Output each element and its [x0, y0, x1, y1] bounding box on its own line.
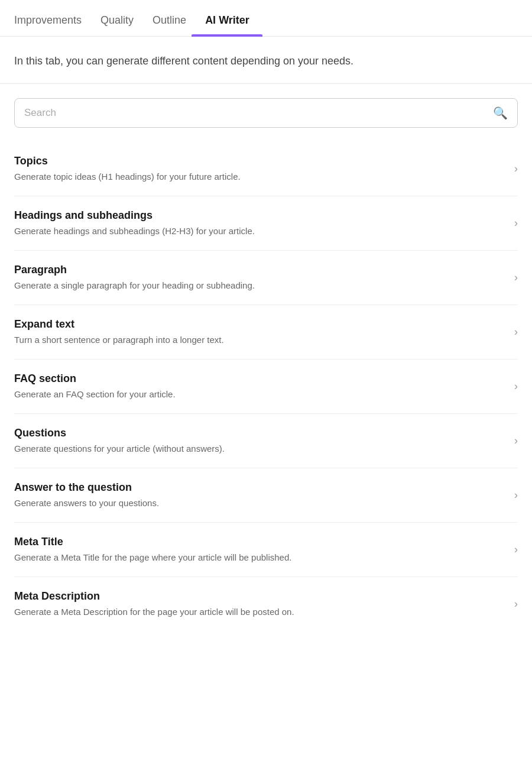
item-description-questions: Generate questions for your article (wit…: [14, 442, 505, 455]
item-description-meta-title: Generate a Meta Title for the page where…: [14, 551, 505, 564]
page-description: In this tab, you can generate different …: [0, 37, 532, 84]
item-description-topics: Generate topic ideas (H1 headings) for y…: [14, 170, 505, 183]
chevron-right-icon-faq: ›: [514, 380, 518, 393]
item-description-headings: Generate headings and subheadings (H2-H3…: [14, 225, 505, 237]
chevron-right-icon-meta-description: ›: [514, 598, 518, 610]
item-title-headings: Headings and subheadings: [14, 209, 505, 222]
search-box[interactable]: 🔍: [14, 98, 518, 128]
item-content-paragraph: Paragraph Generate a single paragraph fo…: [14, 264, 505, 292]
search-icon: 🔍: [493, 106, 508, 120]
item-content-meta-description: Meta Description Generate a Meta Descrip…: [14, 590, 505, 618]
item-title-topics: Topics: [14, 155, 505, 167]
chevron-right-icon-meta-title: ›: [514, 543, 518, 556]
item-title-faq: FAQ section: [14, 373, 505, 385]
item-title-meta-description: Meta Description: [14, 590, 505, 603]
tab-outline[interactable]: Outline: [143, 9, 196, 36]
item-content-questions: Questions Generate questions for your ar…: [14, 427, 505, 455]
chevron-right-icon-headings: ›: [514, 217, 518, 229]
chevron-right-icon-paragraph: ›: [514, 271, 518, 284]
item-title-meta-title: Meta Title: [14, 536, 505, 548]
list-item-meta-description[interactable]: Meta Description Generate a Meta Descrip…: [14, 577, 518, 631]
list-item-faq[interactable]: FAQ section Generate an FAQ section for …: [14, 360, 518, 414]
item-content-expand-text: Expand text Turn a short sentence or par…: [14, 318, 505, 346]
tab-quality[interactable]: Quality: [91, 9, 143, 36]
list-item-answer[interactable]: Answer to the question Generate answers …: [14, 468, 518, 523]
item-title-paragraph: Paragraph: [14, 264, 505, 276]
search-input[interactable]: [24, 107, 493, 119]
item-description-meta-description: Generate a Meta Description for the page…: [14, 606, 505, 618]
item-title-questions: Questions: [14, 427, 505, 439]
chevron-right-icon-questions: ›: [514, 435, 518, 447]
item-content-faq: FAQ section Generate an FAQ section for …: [14, 373, 505, 400]
item-content-meta-title: Meta Title Generate a Meta Title for the…: [14, 536, 505, 564]
item-description-expand-text: Turn a short sentence or paragraph into …: [14, 334, 505, 346]
list-item-paragraph[interactable]: Paragraph Generate a single paragraph fo…: [14, 251, 518, 305]
active-tab-indicator: [192, 34, 262, 37]
item-description-paragraph: Generate a single paragraph for your hea…: [14, 279, 505, 292]
list-item-questions[interactable]: Questions Generate questions for your ar…: [14, 414, 518, 468]
item-content-answer: Answer to the question Generate answers …: [14, 481, 505, 509]
chevron-right-icon-topics: ›: [514, 163, 518, 175]
list-item-expand-text[interactable]: Expand text Turn a short sentence or par…: [14, 305, 518, 360]
list-item-meta-title[interactable]: Meta Title Generate a Meta Title for the…: [14, 523, 518, 577]
item-content-headings: Headings and subheadings Generate headin…: [14, 209, 505, 237]
list-item-topics[interactable]: Topics Generate topic ideas (H1 headings…: [14, 142, 518, 196]
item-description-answer: Generate answers to your questions.: [14, 497, 505, 509]
item-description-faq: Generate an FAQ section for your article…: [14, 388, 505, 400]
item-content-topics: Topics Generate topic ideas (H1 headings…: [14, 155, 505, 183]
search-container: 🔍: [0, 84, 532, 142]
item-title-answer: Answer to the question: [14, 481, 505, 494]
items-list: Topics Generate topic ideas (H1 headings…: [0, 142, 532, 631]
tabs-container: Improvements Quality Outline AI Writer: [0, 0, 532, 37]
chevron-right-icon-expand-text: ›: [514, 326, 518, 338]
tab-improvements[interactable]: Improvements: [14, 9, 91, 36]
list-item-headings[interactable]: Headings and subheadings Generate headin…: [14, 196, 518, 251]
tab-ai-writer[interactable]: AI Writer: [196, 9, 259, 36]
chevron-right-icon-answer: ›: [514, 489, 518, 501]
item-title-expand-text: Expand text: [14, 318, 505, 331]
